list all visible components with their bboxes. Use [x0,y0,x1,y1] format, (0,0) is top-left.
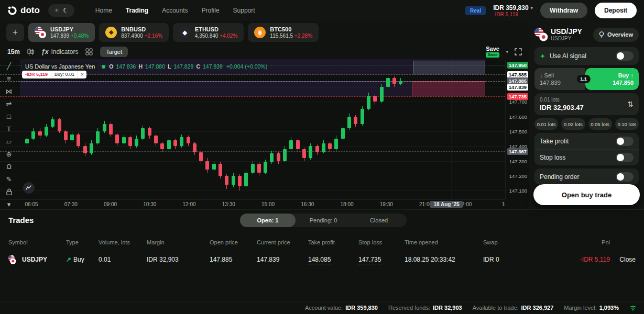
crosshair-date-badge: 18 Aug '25 [430,201,463,208]
price-axis-label: 147.100 [509,188,527,194]
candle [251,164,255,173]
price-level-line [0,151,505,152]
theme-toggle[interactable]: ☀ ☾ [48,4,74,17]
instrument-tab-ethusd[interactable]: ◆ETHUSD4,350.840 +4.02% [173,23,244,42]
bnb-icon: ❖ [105,27,117,38]
chart-area[interactable]: 147.800147.700147.600147.500147.400147.3… [0,60,529,209]
candle [25,139,29,143]
draw-lock-tool[interactable]: ✎ [3,175,15,183]
moon-icon[interactable]: ☾ [63,7,69,14]
instrument-tab-usdjpy[interactable]: USDJPY147.839 +0.48% [28,23,95,42]
time-axis-label: 09:00 [104,201,117,207]
zoom-in-tool[interactable]: ⊕ [3,150,15,158]
column-header-Time opened: Time opened [405,239,483,245]
sun-icon[interactable]: ☀ [54,7,60,14]
column-header-Margin: Margin [147,239,210,245]
deposit-button[interactable]: Deposit [595,3,637,18]
lock-tool[interactable] [3,187,15,196]
pending-order-label: Pending order [540,173,579,181]
close-trade-button[interactable]: Close [610,256,636,263]
chart-plot[interactable] [0,60,505,199]
chart-legend: US Dollar vs Japanese Yen O147.836 H147.… [22,62,267,71]
fib-retracement-tool[interactable]: ≡ [3,74,15,83]
crosshair-price-badge: 147.367 [507,148,528,155]
candle [392,78,396,84]
trades-tabs: Open: 1Pending: 0Closed [240,214,407,227]
instrument-tab-bnbusd[interactable]: ❖BNBUSD837.4900 +2.16% [99,23,169,42]
row-stop-loss[interactable]: 147.735 [358,256,405,263]
open-buy-trade-button[interactable]: Open buy trade [533,184,640,205]
trades-tab-open[interactable]: Open: 1 [240,214,296,227]
time-axis-label: 10:30 [143,201,156,207]
row-open-price: 147.885 [210,256,257,263]
volume-input[interactable]: 0.01 lots IDR 32,903.47 ⇅ [534,93,639,115]
balance-dropdown[interactable]: IDR 359,830▾ -IDR 5,119 [493,4,533,17]
nav-item-trading[interactable]: Trading [126,7,148,14]
hide-tools-chevron[interactable]: ▾ [3,200,15,208]
gridline [0,117,505,117]
instrument-tab-btc500[interactable]: ฿BTC500115,561.5 +2.28% [248,23,319,42]
price-axis[interactable]: 147.800147.700147.600147.500147.400147.3… [505,60,529,199]
fullscreen-icon[interactable] [515,48,522,55]
forecast-tool[interactable]: ⇌ [3,99,15,108]
take-profit-toggle[interactable] [616,137,634,146]
indicators-button[interactable]: ƒxIndicators [41,48,78,55]
trade-panel: USD/JPY USDJPY Overview ✦ Use AI signal … [529,21,644,209]
candle-style-icon[interactable] [27,48,34,56]
trend-line-tool[interactable]: ╱ [3,62,15,70]
save-chevron-icon[interactable]: ▾ [506,49,508,54]
pair-title: USD/JPY [551,28,582,36]
lot-preset-0.01[interactable]: 0.01 lots [534,118,558,130]
save-label: Save [486,46,499,52]
magnet-tool[interactable]: Ω [3,162,15,171]
add-instrument-button[interactable]: + [6,24,24,41]
column-header-Symbol: Symbol [8,239,66,245]
swap-units-icon[interactable]: ⇅ [627,100,634,108]
nav-item-support[interactable]: Support [233,7,255,14]
tp-drag-box[interactable] [413,61,485,74]
withdraw-button[interactable]: Withdraw [540,3,587,18]
row-volume: 0.01 [99,256,147,263]
nav-item-profile[interactable]: Profile [202,7,220,14]
measure-tool[interactable]: ▱ [3,137,15,145]
target-button[interactable]: Target [100,47,128,57]
lot-preset-0.02[interactable]: 0.02 lots [561,118,585,130]
pattern-tool[interactable]: ⋈ [3,87,15,95]
legend-title: US Dollar vs Japanese Yen [22,62,98,71]
usdjpy-flag-icon [8,255,16,264]
ai-signal-toggle[interactable] [616,51,634,61]
time-axis-label: 19:30 [380,201,393,207]
stop-loss-toggle[interactable] [616,153,634,162]
row-current-price: 147.839 [257,256,308,263]
buy-sell-buttons: ↓ Sell 147.839 Buy ↑ 147.850 1.1 [534,68,639,90]
row-take-profit[interactable]: 148.085 [308,256,358,263]
trades-tab-closed[interactable]: Closed [351,214,407,227]
overview-button[interactable]: Overview [593,28,639,42]
logo-text: doto [20,5,40,16]
save-button[interactable]: Save Save [486,46,500,58]
text-tool[interactable]: T [3,125,15,133]
trades-tab-pending[interactable]: Pending: 0 [296,214,351,227]
overview-label: Overview [607,31,633,38]
status-reserved-funds: Reserved funds:IDR 32,903 [388,305,462,311]
price-axis-label: 147.300 [509,159,527,164]
pending-order-toggle[interactable] [616,172,634,182]
layout-grid-icon[interactable] [85,48,93,55]
trades-title: Trades [8,216,34,225]
sl-drag-box[interactable] [412,81,485,96]
buy-button[interactable]: Buy ↑ 147.850 [585,68,639,90]
trades-table-body: USDJPY↗Buy0.01IDR 32,903147.885147.83914… [8,251,636,268]
nav-item-accounts[interactable]: Accounts [162,7,188,14]
candle [289,140,293,149]
timeframe-selector[interactable]: 15m [7,48,20,55]
position-close-icon[interactable]: × [78,71,86,78]
time-axis-label: 06:05 [25,201,38,207]
time-axis[interactable]: 06:0507:3009:0010:3012:0013:3015:0016:30… [0,199,505,209]
crosshair-vline [452,60,452,199]
statusbar-items: Account value:IDR 359,830Reserved funds:… [305,305,619,311]
lot-preset-0.10[interactable]: 0.10 lots [615,118,639,130]
nav-item-home[interactable]: Home [95,7,112,14]
candle [238,176,242,186]
shapes-tool[interactable]: □ [3,112,15,120]
lot-preset-0.05[interactable]: 0.05 lots [588,118,612,130]
